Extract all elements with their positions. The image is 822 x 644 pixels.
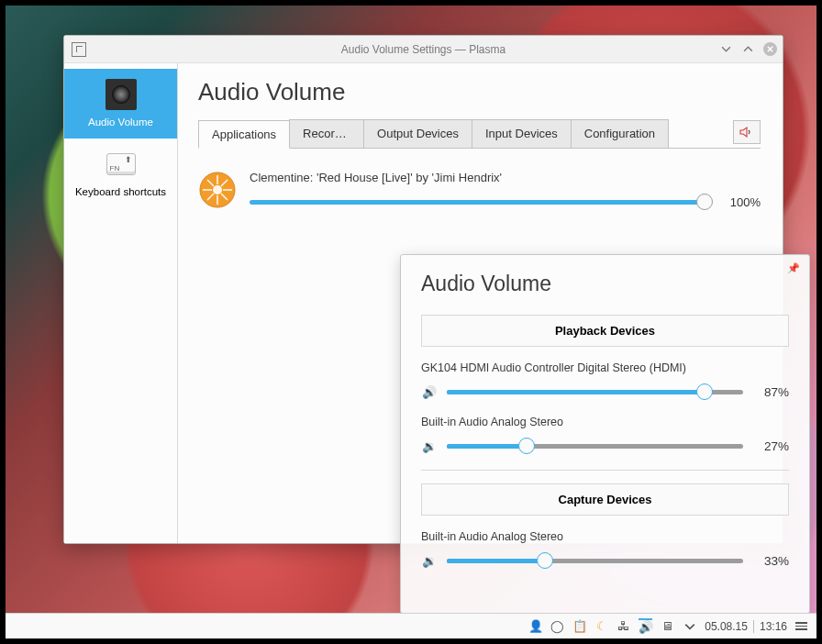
tray-network-icon[interactable]: 🖧 — [616, 619, 630, 633]
taskbar-clock[interactable]: 05.08.15 13:16 — [705, 620, 787, 633]
device-label: Built-in Audio Analog Stereo — [421, 530, 789, 543]
tab-applications[interactable]: Applications — [198, 120, 290, 149]
minimize-button[interactable] — [719, 42, 733, 56]
tab-configuration[interactable]: Configuration — [571, 119, 669, 148]
slider-thumb[interactable] — [537, 552, 553, 569]
maximize-button[interactable] — [741, 42, 755, 56]
device-row: Built-in Audio Analog Stereo 🔉 33% — [421, 530, 789, 568]
volume-percent: 87% — [752, 385, 789, 399]
taskbar-time: 13:16 — [760, 620, 787, 633]
volume-percent: 27% — [752, 439, 789, 453]
fn-key-icon: FN — [106, 153, 136, 175]
tray-weather-icon[interactable]: ☾ — [594, 619, 608, 633]
slider-thumb[interactable] — [696, 383, 713, 400]
tray-user-icon[interactable]: 👤 — [528, 619, 542, 633]
window-title: Audio Volume Settings — Plasma — [341, 43, 505, 56]
speaker-icon[interactable]: 🔉 — [421, 439, 438, 453]
sidebar-item-label: Keyboard shortcuts — [75, 186, 166, 197]
device-row: GK104 HDMI Audio Controller Digital Ster… — [421, 361, 789, 399]
tray-display-icon[interactable]: 🖥 — [661, 619, 674, 633]
clementine-icon — [198, 171, 237, 209]
playback-section-header: Playback Devices — [421, 315, 789, 347]
slider-thumb[interactable] — [518, 438, 535, 454]
volume-percent: 100% — [720, 195, 761, 209]
taskbar-menu-button[interactable] — [795, 622, 807, 630]
close-button[interactable] — [763, 42, 777, 56]
pin-button[interactable]: 📌 — [787, 262, 800, 274]
stream-label: Clementine: 'Red House [Live]' by 'Jimi … — [250, 171, 761, 184]
svg-point-2 — [213, 185, 222, 194]
mute-button[interactable] — [733, 120, 761, 144]
speaker-icon — [106, 79, 137, 110]
tray-expand-icon[interactable] — [683, 619, 696, 633]
tab-recording[interactable]: Recordi… — [289, 119, 364, 148]
sidebar-item-keyboard-shortcuts[interactable]: FN Keyboard shortcuts — [64, 139, 177, 208]
tab-input-devices[interactable]: Input Devices — [472, 119, 572, 148]
speaker-icon[interactable]: 🔊 — [421, 385, 438, 399]
sidebar-item-audio-volume[interactable]: Audio Volume — [64, 69, 177, 139]
volume-percent: 33% — [752, 554, 789, 568]
device-label: Built-in Audio Analog Stereo — [421, 416, 789, 428]
speaker-mute-icon — [739, 126, 754, 139]
tray-volume-icon[interactable]: 🔊 — [639, 618, 652, 632]
tab-bar: Applications Recordi… Output Devices Inp… — [198, 119, 761, 149]
sidebar-item-label: Audio Volume — [88, 117, 153, 128]
tray-clipboard-icon[interactable]: 📋 — [572, 619, 586, 633]
volume-slider[interactable] — [447, 559, 743, 563]
window-titlebar[interactable]: Audio Volume Settings — Plasma — [64, 36, 783, 63]
divider — [421, 470, 789, 471]
device-row: Built-in Audio Analog Stereo 🔉 27% — [421, 416, 789, 453]
volume-slider[interactable] — [250, 200, 709, 205]
volume-slider[interactable] — [447, 444, 743, 449]
device-label: GK104 HDMI Audio Controller Digital Ster… — [421, 361, 789, 374]
speaker-icon[interactable]: 🔉 — [421, 554, 438, 568]
tab-output-devices[interactable]: Output Devices — [363, 119, 472, 148]
volume-applet-popup: 📌 Audio Volume Playback Devices GK104 HD… — [400, 254, 810, 614]
page-heading: Audio Volume — [198, 78, 761, 106]
application-stream-row: Clementine: 'Red House [Live]' by 'Jimi … — [198, 171, 761, 209]
window-menu-icon[interactable] — [72, 42, 86, 57]
taskbar-date: 05.08.15 — [705, 620, 748, 633]
slider-thumb[interactable] — [696, 194, 713, 210]
popup-heading: Audio Volume — [421, 272, 789, 296]
settings-sidebar: Audio Volume FN Keyboard shortcuts — [64, 63, 178, 543]
volume-slider[interactable] — [447, 390, 743, 394]
taskbar: 👤 ◯ 📋 ☾ 🖧 🔊 🖥 05.08.15 13:16 — [6, 613, 816, 638]
capture-section-header: Capture Devices — [421, 483, 789, 516]
tray-updates-icon[interactable]: ◯ — [550, 619, 564, 633]
